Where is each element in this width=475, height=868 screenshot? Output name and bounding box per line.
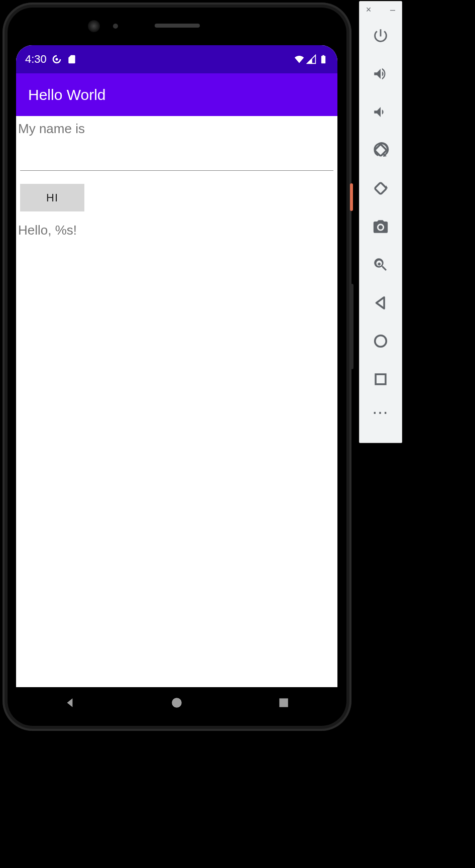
volume-down-icon — [372, 103, 389, 121]
power-icon — [372, 27, 389, 44]
phone-sensor — [113, 24, 118, 29]
sd-card-icon — [67, 54, 77, 64]
app-bar: Hello World — [16, 73, 337, 116]
svg-rect-2 — [280, 698, 288, 707]
app-title: Hello World — [28, 86, 106, 103]
minimize-icon[interactable]: – — [389, 6, 397, 14]
wifi-icon — [294, 54, 304, 64]
emulator-sidebar: × – ⋯ — [359, 1, 402, 443]
svg-rect-6 — [376, 374, 386, 384]
volume-down-button[interactable] — [366, 97, 396, 127]
svg-point-0 — [55, 58, 58, 61]
android-nav-bar — [16, 687, 337, 718]
rotate-left-button[interactable] — [366, 135, 396, 165]
status-bar: 4:30 — [16, 45, 337, 73]
greeting-text: Hello, %s! — [16, 211, 337, 238]
rotate-right-icon — [372, 180, 389, 197]
nav-overview-icon[interactable] — [277, 696, 290, 709]
more-icon: ⋯ — [372, 410, 389, 415]
emu-overview-button[interactable] — [366, 364, 396, 394]
phone-power-side-button[interactable] — [350, 183, 353, 211]
name-input[interactable] — [20, 147, 333, 171]
volume-up-icon — [372, 65, 389, 82]
power-button[interactable] — [366, 21, 396, 51]
svg-point-5 — [375, 336, 387, 347]
phone-volume-side-button[interactable] — [350, 284, 353, 369]
triangle-back-icon — [372, 294, 389, 311]
emu-back-button[interactable] — [366, 288, 396, 318]
phone-screen: 4:30 Hello World My name is HI Hello, %s… — [16, 45, 337, 688]
volume-up-button[interactable] — [366, 59, 396, 89]
status-right — [294, 54, 328, 64]
screenshot-button[interactable] — [366, 211, 396, 242]
rotate-left-icon — [372, 142, 389, 159]
app-content: My name is HI Hello, %s! — [16, 116, 337, 688]
rotate-right-button[interactable] — [366, 173, 396, 203]
svg-rect-4 — [375, 182, 387, 194]
phone-speaker — [155, 24, 200, 28]
data-saver-icon — [52, 54, 62, 64]
emu-home-button[interactable] — [366, 326, 396, 356]
phone-camera — [88, 20, 100, 32]
svg-point-1 — [172, 698, 182, 708]
circle-home-icon — [372, 333, 389, 350]
name-label: My name is — [16, 116, 337, 137]
zoom-in-icon — [372, 256, 389, 273]
battery-icon — [318, 54, 328, 64]
status-left: 4:30 — [25, 53, 77, 66]
cell-signal-icon — [306, 54, 316, 64]
square-overview-icon — [372, 371, 389, 388]
nav-back-icon[interactable] — [63, 696, 76, 709]
camera-icon — [372, 218, 389, 235]
hi-button[interactable]: HI — [20, 184, 84, 211]
nav-home-icon[interactable] — [170, 696, 183, 709]
emulator-window-controls: × – — [360, 5, 402, 17]
status-time: 4:30 — [25, 53, 47, 66]
close-icon[interactable]: × — [365, 6, 373, 14]
zoom-button[interactable] — [366, 250, 396, 280]
phone-frame: 4:30 Hello World My name is HI Hello, %s… — [3, 3, 351, 731]
more-options-button[interactable]: ⋯ — [366, 402, 396, 422]
